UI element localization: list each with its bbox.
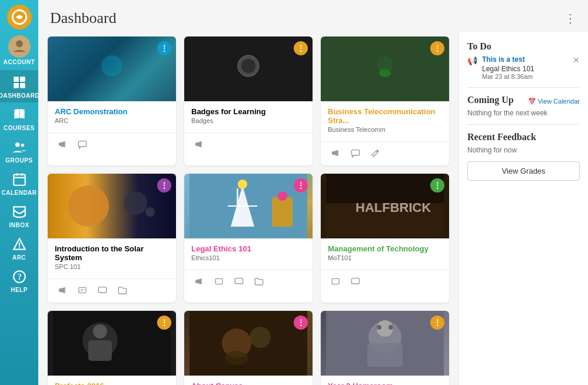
card-menu-business[interactable]: ⋮: [430, 41, 444, 55]
announce-btn-badges[interactable]: [191, 137, 207, 152]
edit-btn-management[interactable]: [328, 274, 343, 289]
page-header: Dashboard ⋮: [38, 0, 588, 32]
inbox-icon: [11, 203, 28, 221]
card-menu-prefects[interactable]: ⋮: [157, 316, 171, 330]
card-image-business: ⋮: [321, 36, 449, 101]
card-menu-ethics[interactable]: ⋮: [294, 178, 308, 192]
chat-btn-ethics[interactable]: [231, 274, 247, 289]
svg-point-24: [379, 69, 391, 77]
sidebar-item-groups[interactable]: Groups: [0, 135, 38, 167]
svg-point-28: [145, 207, 155, 217]
chat-btn-management[interactable]: [348, 274, 363, 289]
card-title-badges[interactable]: Badges for Learning: [191, 107, 305, 116]
card-title-year2[interactable]: Year 2 Homeroom: [328, 381, 442, 385]
sidebar-arc-label: Arc: [12, 254, 26, 261]
card-menu-badges[interactable]: ⋮: [294, 41, 308, 55]
sidebar-dashboard-label: Dashboard: [0, 92, 39, 99]
svg-point-39: [278, 191, 287, 201]
sidebar-courses-label: Courses: [4, 125, 35, 131]
card-menu-year2[interactable]: ⋮: [430, 316, 444, 330]
svg-rect-32: [98, 287, 106, 293]
card-image-prefects: ⋮: [48, 311, 176, 376]
card-title-about[interactable]: About Canvas: [191, 381, 305, 385]
sidebar-account-label: Account: [4, 59, 35, 65]
card-management: HALFBRICK ⋮ Management of Technology MoT…: [321, 174, 449, 303]
announce-btn-arc[interactable]: [55, 137, 70, 152]
todo-item: 📢 This is a test Legal Ethics 101 Mar 23…: [467, 55, 580, 80]
card-title-arc[interactable]: ARC Demonstration: [55, 107, 169, 116]
feedback-title: Recent Feedback: [467, 132, 580, 142]
courses-icon: [11, 106, 28, 124]
svg-rect-25: [351, 150, 359, 155]
card-body-ethics: Legal Ethics 101 Ethics101: [184, 238, 313, 270]
card-body-arc: ARC Demonstration ARC: [48, 101, 176, 132]
view-grades-button[interactable]: View Grades: [467, 161, 580, 181]
announce-btn-business[interactable]: [328, 145, 343, 161]
divider-2: [467, 124, 580, 125]
sidebar-item-inbox[interactable]: Inbox: [0, 200, 38, 232]
card-arc-demo: ⋮ ARC Demonstration ARC: [48, 36, 176, 165]
canvas-logo: [7, 5, 32, 29]
sidebar-item-calendar[interactable]: Calendar: [0, 167, 38, 200]
divider-1: [467, 87, 580, 88]
svg-rect-41: [235, 278, 242, 284]
arc-icon: [11, 235, 28, 253]
view-calendar-link[interactable]: 📅 View Calendar: [528, 98, 580, 105]
card-subtitle-ethics: Ethics101: [191, 254, 305, 261]
announce-btn-ethics[interactable]: [191, 274, 207, 289]
chat-btn-arc[interactable]: [75, 137, 90, 152]
sidebar-inbox-label: Inbox: [9, 222, 29, 228]
svg-point-55: [250, 327, 271, 348]
card-title-ethics[interactable]: Legal Ethics 101: [191, 244, 305, 253]
svg-rect-44: [326, 203, 444, 238]
sidebar-item-dashboard[interactable]: Dashboard: [0, 70, 38, 102]
coming-up-title: Coming Up: [467, 95, 514, 105]
svg-point-26: [68, 185, 109, 227]
card-menu-about[interactable]: ⋮: [294, 316, 308, 330]
card-menu-management[interactable]: ⋮: [430, 178, 444, 192]
card-actions-arc: [48, 132, 176, 157]
edit-btn-ethics[interactable]: [211, 274, 227, 289]
svg-point-15: [18, 247, 19, 248]
card-title-management[interactable]: Management of Technology: [328, 244, 442, 253]
svg-point-8: [21, 144, 24, 147]
card-title-solar[interactable]: Introduction to the Solar System: [55, 244, 169, 262]
todo-close-button[interactable]: ✕: [573, 55, 580, 65]
card-image-about: ⋮: [184, 311, 313, 376]
svg-rect-38: [272, 197, 293, 227]
todo-alert-text[interactable]: This is a test: [482, 55, 568, 65]
edit-btn-solar[interactable]: [75, 283, 90, 298]
cards-grid: ⋮ ARC Demonstration ARC ⋮: [48, 36, 449, 385]
header-menu-button[interactable]: ⋮: [564, 11, 576, 25]
card-title-business[interactable]: Business Telecommunication Stra...: [328, 107, 442, 125]
announce-btn-solar[interactable]: [55, 283, 70, 298]
card-subtitle-solar: SPC 101: [55, 263, 169, 270]
card-actions-solar: [48, 278, 176, 303]
card-ethics: ⋮ Legal Ethics 101 Ethics101: [184, 174, 313, 303]
svg-rect-50: [88, 340, 112, 361]
card-title-prefects[interactable]: Prefects 2016: [55, 381, 169, 385]
chat-btn-business[interactable]: [348, 145, 363, 161]
sidebar-item-arc[interactable]: Arc: [0, 232, 38, 264]
card-menu-solar[interactable]: ⋮: [157, 178, 171, 192]
sidebar-item-account[interactable]: Account: [0, 32, 38, 69]
chat-btn-solar[interactable]: [95, 283, 110, 298]
folder-btn-ethics[interactable]: [251, 274, 267, 289]
folder-btn-solar[interactable]: [115, 283, 130, 298]
svg-point-49: [93, 324, 107, 338]
svg-point-22: [241, 59, 255, 73]
card-body-solar: Introduction to the Solar System SPC 101: [48, 238, 176, 278]
main-content: Dashboard ⋮ ⋮ ARC Demonstration ARC: [38, 0, 588, 385]
svg-point-27: [124, 191, 147, 215]
cards-area: ⋮ ARC Demonstration ARC ⋮: [38, 32, 459, 385]
sidebar-item-help[interactable]: ? Help: [0, 264, 38, 297]
body-area: ⋮ ARC Demonstration ARC ⋮: [38, 32, 588, 385]
svg-point-35: [238, 180, 247, 189]
sidebar-help-label: Help: [11, 287, 28, 293]
card-menu-arc[interactable]: ⋮: [157, 41, 171, 55]
card-about-canvas: ⋮ About Canvas Welcome: [184, 311, 313, 385]
sidebar-item-courses[interactable]: Courses: [0, 102, 38, 135]
sidebar: Account Dashboard Courses Groups Calenda…: [0, 0, 38, 385]
svg-rect-9: [14, 174, 25, 185]
edit-btn-business[interactable]: [368, 145, 383, 161]
